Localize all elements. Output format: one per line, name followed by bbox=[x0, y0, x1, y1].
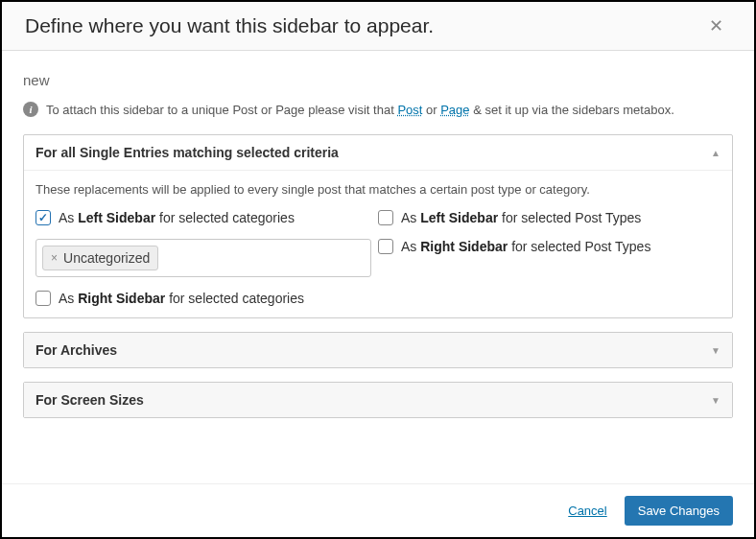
section-single-entries: For all Single Entries matching selected… bbox=[23, 134, 733, 318]
tag-uncategorized: × Uncategorized bbox=[42, 246, 158, 270]
section-single-header[interactable]: For all Single Entries matching selected… bbox=[24, 135, 732, 170]
label-left-sidebar-post-types: As Left Sidebar for selected Post Types bbox=[401, 210, 641, 225]
save-button[interactable]: Save Changes bbox=[625, 496, 733, 526]
col-left: As Left Sidebar for selected categories … bbox=[35, 210, 378, 306]
row-left-sidebar-categories: As Left Sidebar for selected categories bbox=[35, 210, 378, 225]
section-screen-title: For Screen Sizes bbox=[35, 392, 144, 408]
hint-text: To attach this sidebar to a unique Post … bbox=[46, 103, 674, 117]
col-right: As Left Sidebar for selected Post Types … bbox=[378, 210, 721, 306]
hint-row: i To attach this sidebar to a unique Pos… bbox=[23, 102, 733, 117]
info-icon: i bbox=[23, 102, 38, 117]
hint-suffix: & set it up via the sidebars metabox. bbox=[470, 103, 674, 117]
modal-define-sidebar: Define where you want this sidebar to ap… bbox=[0, 0, 756, 539]
checkbox-right-sidebar-categories[interactable] bbox=[35, 291, 51, 306]
row-left-sidebar-post-types: As Left Sidebar for selected Post Types bbox=[378, 210, 721, 225]
label-right-sidebar-categories: As Right Sidebar for selected categories bbox=[59, 291, 304, 306]
chevron-down-icon: ▼ bbox=[711, 345, 721, 356]
section-archives-title: For Archives bbox=[35, 342, 117, 358]
chevron-down-icon: ▼ bbox=[711, 395, 721, 406]
section-single-body: These replacements will be applied to ev… bbox=[24, 170, 732, 317]
hint-prefix: To attach this sidebar to a unique Post … bbox=[46, 103, 397, 117]
checkbox-left-sidebar-categories[interactable] bbox=[35, 210, 51, 225]
section-single-description: These replacements will be applied to ev… bbox=[35, 182, 721, 197]
label-left-sidebar-categories: As Left Sidebar for selected categories bbox=[59, 210, 295, 225]
tag-remove-icon[interactable]: × bbox=[51, 251, 58, 265]
modal-body: new i To attach this sidebar to a unique… bbox=[2, 51, 754, 483]
section-archives: For Archives ▼ bbox=[23, 332, 733, 368]
chevron-up-icon: ▲ bbox=[711, 148, 721, 158]
section-archives-header[interactable]: For Archives ▼ bbox=[24, 333, 732, 367]
section-screen-sizes: For Screen Sizes ▼ bbox=[23, 382, 733, 418]
tag-label: Uncategorized bbox=[63, 250, 150, 266]
label-right-sidebar-post-types: As Right Sidebar for selected Post Types bbox=[401, 239, 650, 254]
modal-title: Define where you want this sidebar to ap… bbox=[25, 14, 434, 37]
row-right-sidebar-categories: As Right Sidebar for selected categories bbox=[35, 291, 378, 306]
close-icon[interactable]: ✕ bbox=[701, 12, 731, 40]
section-screen-header[interactable]: For Screen Sizes ▼ bbox=[24, 383, 732, 417]
row-right-sidebar-post-types: As Right Sidebar for selected Post Types bbox=[378, 239, 721, 254]
link-page[interactable]: Page bbox=[440, 103, 469, 117]
cancel-button[interactable]: Cancel bbox=[568, 504, 606, 518]
checkbox-left-sidebar-post-types[interactable] bbox=[378, 210, 393, 225]
modal-footer: Cancel Save Changes bbox=[2, 483, 754, 537]
hint-middle: or bbox=[422, 103, 440, 117]
checkbox-right-sidebar-post-types[interactable] bbox=[378, 239, 393, 254]
link-post[interactable]: Post bbox=[397, 103, 422, 117]
section-single-title: For all Single Entries matching selected… bbox=[35, 145, 339, 160]
category-tag-input[interactable]: × Uncategorized bbox=[35, 239, 371, 277]
checkbox-grid: As Left Sidebar for selected categories … bbox=[35, 210, 721, 306]
modal-header: Define where you want this sidebar to ap… bbox=[2, 2, 754, 51]
sidebar-name-label: new bbox=[23, 72, 733, 88]
